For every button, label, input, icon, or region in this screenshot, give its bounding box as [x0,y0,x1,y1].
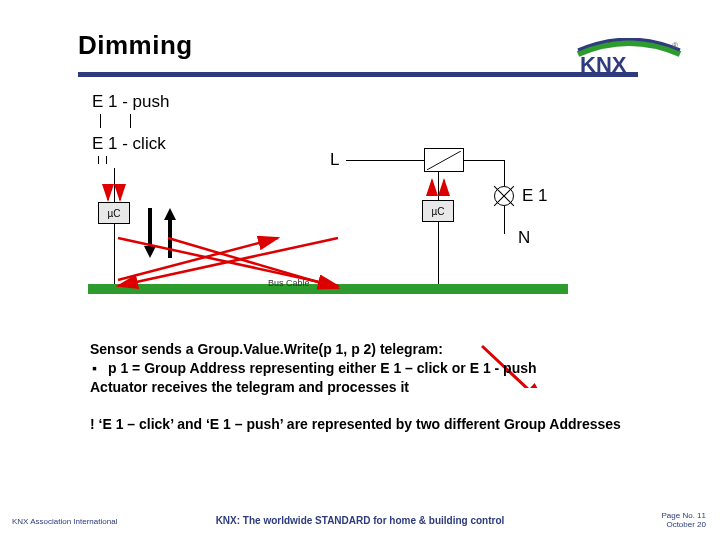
body-text: Sensor sends a Group.Value.Write(p 1, p … [90,340,670,434]
title-underline [78,72,638,77]
svg-text:®: ® [672,41,678,50]
slide: Dimming KNX ® E 1 - push E 1 - click µC [0,0,720,540]
knx-logo: KNX ® [574,38,684,76]
body-note: ! ‘E 1 – click’ and ‘E 1 – push’ are rep… [90,415,670,434]
dimming-diagram: E 1 - push E 1 - click µC L E 1 [78,88,598,298]
body-line-1: Sensor sends a Group.Value.Write(p 1, p … [90,340,670,359]
body-line-2: Actuator receives the telegram and proce… [90,378,670,397]
footer-date: October 20 [662,520,706,530]
footer-right: Page No. 11 October 20 [662,511,706,530]
footer-page-no: Page No. 11 [662,511,706,521]
title-row: Dimming KNX ® [78,30,690,74]
footer-center: KNX: The worldwide STANDARD for home & b… [0,515,720,526]
body-bullet-1: p 1 = Group Address representing either … [90,359,670,378]
